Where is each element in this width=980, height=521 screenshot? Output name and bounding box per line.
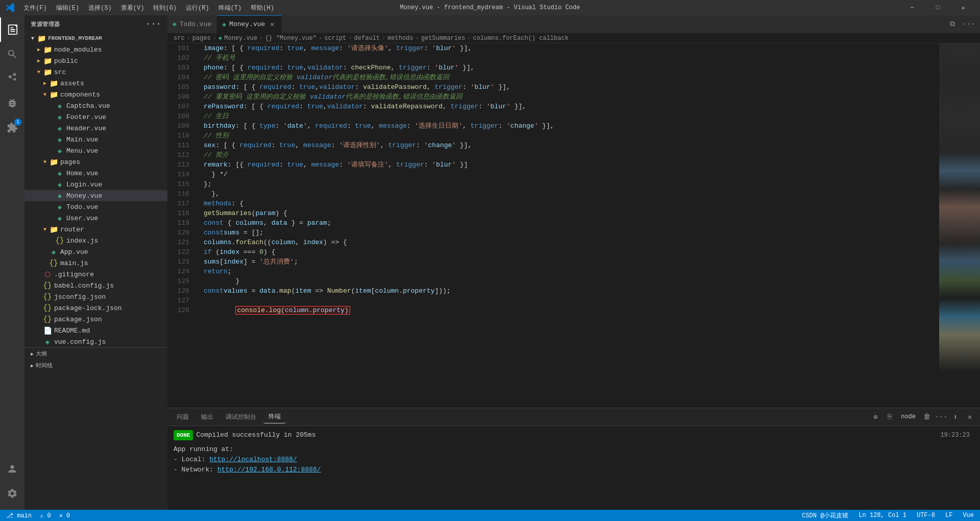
warnings-status[interactable]: ⚠ 0: [38, 512, 53, 519]
tree-item-index-js[interactable]: {}index.js: [24, 235, 167, 246]
maximize-panel-button[interactable]: ⬆: [949, 411, 962, 423]
breadcrumb-foreach-callback[interactable]: columns.forEach() callback: [473, 35, 569, 42]
git-branch-status[interactable]: ⎇ main: [4, 512, 34, 519]
breadcrumb-money-vue[interactable]: Money.vue: [224, 35, 257, 42]
errors-status[interactable]: ✕ 0: [57, 512, 72, 519]
tree-item-Main-vue[interactable]: ◈Main.vue: [24, 134, 167, 145]
breadcrumb-src[interactable]: src: [174, 35, 185, 42]
file-label: pages: [60, 158, 80, 166]
tab-money[interactable]: ◈ Money.vue ✕: [217, 15, 282, 33]
menu-file[interactable]: 文件(F): [19, 3, 51, 13]
sidebar-more-button[interactable]: ···: [146, 19, 161, 29]
tree-item-Home-vue[interactable]: ◈Home.vue: [24, 168, 167, 179]
debug-console-tab[interactable]: 调试控制台: [220, 411, 261, 423]
folder-arrow: ▼: [41, 159, 49, 165]
money-tab-close[interactable]: ✕: [268, 20, 276, 29]
local-url-link[interactable]: http://localhost:8888/: [209, 456, 297, 463]
close-panel-button[interactable]: ✕: [964, 411, 976, 423]
activity-extensions[interactable]: 1: [0, 115, 24, 140]
tree-item-Todo-vue[interactable]: ◈Todo.vue: [24, 201, 167, 212]
tree-item-main-js[interactable]: {}main.js: [24, 257, 167, 269]
tree-item-node_modules[interactable]: ▶📁node_modules: [24, 44, 167, 55]
problems-tab[interactable]: 问题: [172, 411, 194, 423]
tree-item-jsconfig-json[interactable]: {}jsconfig.json: [24, 291, 167, 302]
maximize-button[interactable]: □: [926, 0, 949, 15]
tree-item-package-lock-json[interactable]: {}package-lock.json: [24, 302, 167, 314]
tree-item-vue-config.js[interactable]: ◈vue.config.js: [24, 336, 167, 347]
more-actions-button[interactable]: ···: [962, 17, 976, 31]
split-terminal-button[interactable]: ⎘: [884, 411, 896, 423]
menu-edit[interactable]: 编辑(E): [52, 3, 84, 13]
close-button[interactable]: ✕: [951, 0, 975, 15]
code-content[interactable]: image: [ { required: true, message: '请选择…: [195, 43, 939, 408]
menu-goto[interactable]: 转到(G): [149, 3, 181, 13]
breadcrumb-getsummaries[interactable]: getSummaries: [421, 35, 465, 42]
activity-source-control[interactable]: [0, 66, 24, 91]
outline-section[interactable]: ▶ 大纲: [24, 348, 167, 360]
menu-terminal[interactable]: 终端(T): [214, 3, 246, 13]
file-label: README.md: [54, 327, 90, 335]
code-line-120: const sums = [];: [200, 228, 939, 238]
tree-item-Footer-vue[interactable]: ◈Footer.vue: [24, 111, 167, 123]
menu-select[interactable]: 选择(S): [84, 3, 116, 13]
tab-todo[interactable]: ◈ Todo.vue: [167, 15, 217, 33]
file-tree: ▶📁node_modules▶📁public▼📁src▶📁assets▼📁com…: [24, 44, 167, 347]
breadcrumb-methods[interactable]: methods: [387, 35, 413, 42]
code-line-112: // 简介: [200, 150, 939, 160]
tree-item-Money-vue[interactable]: ◈Money.vue: [24, 190, 167, 201]
activity-account[interactable]: [0, 457, 24, 481]
split-editor-button[interactable]: ⧉: [945, 17, 960, 31]
language-mode-status[interactable]: Vue: [961, 512, 976, 519]
network-url-link[interactable]: http://192.168.0.112:8888/: [217, 466, 321, 473]
tree-item-router[interactable]: ▼📁router: [24, 224, 167, 235]
tree-item-assets[interactable]: ▶📁assets: [24, 78, 167, 89]
code-line-101: image: [ { required: true, message: '请选择…: [200, 43, 939, 53]
terminal-more-button[interactable]: ···: [935, 411, 947, 423]
breadcrumb-default[interactable]: default: [354, 35, 380, 42]
terminal-running-text: App running at:: [174, 444, 974, 455]
new-terminal-button[interactable]: ⊕: [869, 411, 881, 423]
terminal-tab[interactable]: 终端: [263, 410, 286, 423]
menu-help[interactable]: 帮助(H): [247, 3, 278, 13]
cursor-position-status[interactable]: Ln 128, Col 1: [856, 512, 909, 519]
activity-search[interactable]: [0, 42, 24, 66]
tree-item-Menu-vue[interactable]: ◈Menu.vue: [24, 145, 167, 156]
folder-arrow: ▶: [35, 46, 43, 53]
menu-run[interactable]: 运行(R): [182, 3, 213, 13]
code-line-105: password: [ { required: true,validator: …: [200, 82, 939, 92]
title-bar-menu: 文件(F) 编辑(E) 选择(S) 查看(V) 转到(G) 运行(R) 终端(T…: [19, 3, 278, 13]
menu-view[interactable]: 查看(V): [117, 3, 149, 13]
tree-item-Header-vue[interactable]: ◈Header.vue: [24, 123, 167, 134]
minimap-viewport[interactable]: [939, 43, 980, 262]
breadcrumb-script[interactable]: script: [324, 35, 346, 42]
encoding-status[interactable]: UTF-8: [915, 512, 937, 519]
tree-item-User-vue[interactable]: ◈User.vue: [24, 212, 167, 224]
tree-item-App-vue[interactable]: ◈App.vue: [24, 246, 167, 257]
tree-item-src[interactable]: ▼📁src: [24, 66, 167, 78]
breadcrumb-pages[interactable]: pages: [192, 35, 211, 42]
file-label: router: [60, 226, 84, 233]
tree-root[interactable]: ▼ 📁 FRONTEND_MYDREAM: [24, 33, 167, 44]
activity-explorer[interactable]: [0, 17, 24, 42]
tree-item-components[interactable]: ▼📁components: [24, 89, 167, 100]
activity-debug[interactable]: [0, 91, 24, 115]
file-icon: {}: [43, 315, 52, 323]
tree-item-public[interactable]: ▶📁public: [24, 55, 167, 66]
line-ending-status[interactable]: LF: [943, 512, 954, 519]
terminal-kill-button[interactable]: 🗑: [921, 411, 933, 423]
tree-item-Login-vue[interactable]: ◈Login.vue: [24, 179, 167, 190]
folder-arrow: ▼: [41, 227, 49, 232]
activity-settings[interactable]: [0, 481, 24, 506]
breadcrumb-scope1[interactable]: {} "Money.vue": [265, 35, 316, 42]
done-badge: DONE: [174, 430, 193, 440]
network-label: - Network:: [174, 466, 217, 473]
tree-item-package-json[interactable]: {}package.json: [24, 314, 167, 325]
minimize-button[interactable]: ─: [900, 0, 924, 15]
output-tab[interactable]: 输出: [196, 411, 218, 423]
tree-item-Captcha-vue[interactable]: ◈Captcha.vue: [24, 100, 167, 111]
tree-item-README-md[interactable]: 📄README.md: [24, 325, 167, 336]
tree-item--gitignore[interactable]: ⬡.gitignore: [24, 269, 167, 280]
timeline-section[interactable]: ▶ 时间线: [24, 360, 167, 371]
tree-item-babel-config.js[interactable]: {}babel.config.js: [24, 280, 167, 291]
tree-item-pages[interactable]: ▼📁pages: [24, 156, 167, 168]
